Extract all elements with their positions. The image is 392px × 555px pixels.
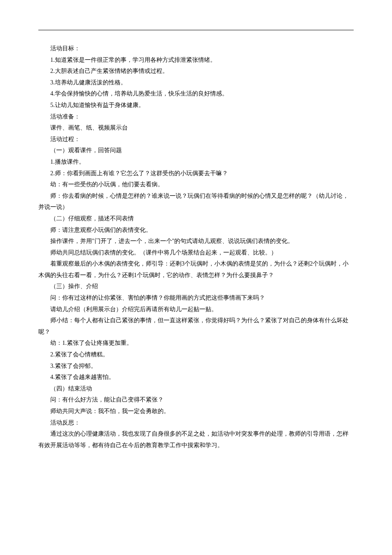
paragraph: 活动反思：: [38, 417, 354, 429]
paragraph: （一）观看课件，回答问题: [38, 145, 354, 156]
paragraph: 着重观察最后的小木偶的表情变化，师引导：还剩3个玩偶时，小木偶的表情是笑的，为什…: [38, 258, 354, 270]
paragraph: 有效开展活动等等，都有待自己在今后的教育教学工作中摸索和学习。: [38, 440, 354, 451]
paragraph: 3.培养幼儿健康活泼的性格。: [38, 77, 354, 89]
paragraph: 请幼儿介绍（利用展示台）介绍完后再请所有幼儿一起贴一贴。: [38, 304, 354, 315]
paragraph: 问：你有过这样的让你紧张、害怕的事情？你能用画的方式把这些事情画下来吗？: [38, 292, 354, 304]
paragraph: 师：你去看病的时候，心情是怎样的？谁来说一说？玩偶们在等待看病的时候的心情又是怎…: [38, 191, 354, 202]
paragraph: 木偶的头往右看一看，为什么？还剩1个玩偶时，它的动作、表情怎样？为什么要摸鼻子？: [38, 270, 354, 281]
paragraph: 幼：1.紧张了会让疼痛更加重。: [38, 338, 354, 349]
paragraph: 幼：有一些受伤的小玩偶，他们要去看病。: [38, 179, 354, 191]
paragraph: 呢？: [38, 327, 354, 338]
paragraph: 2.师：你看到画面上有谁？它怎么了？这群受伤的小玩偶要去干嘛？: [38, 168, 354, 179]
paragraph: 活动目标：: [38, 43, 354, 55]
paragraph: 1.知道紧张是一件很正常的事，学习用各种方式排泄紧张情绪。: [38, 55, 354, 66]
paragraph: 2.大胆表述自己产生紧张情绪的事情或过程。: [38, 66, 354, 77]
paragraph: 师幼共同总结玩偶们表情的变化。（课件中将几个场景结合起来，一起观看、比较。）: [38, 247, 354, 259]
paragraph: 通过这次的心理健康活动，我也发现了自身很多的不足之处，如活动中对突发事件的处理，…: [38, 428, 354, 440]
paragraph: 操作课件，并用"门开了，进去一个，出来一个"的句式请幼儿观察、说说玩偶们表情的变…: [38, 236, 354, 247]
paragraph: 问：有什么好方法，能让自己变得不紧张？: [38, 394, 354, 406]
paragraph: 并说一说）: [38, 202, 354, 213]
paragraph: 师幼共同大声说：我不怕，我一定会勇敢的。: [38, 406, 354, 417]
paragraph: （三）操作、介绍: [38, 281, 354, 292]
paragraph: 1.播放课件。: [38, 156, 354, 168]
paragraph: 5.让幼儿知道愉快有益于身体健康。: [38, 100, 354, 111]
paragraph: 活动过程：: [38, 134, 354, 145]
paragraph: 4.学会保持愉快的心情，培养幼儿热爱生活，快乐生活的良好情感。: [38, 88, 354, 100]
paragraph: （四）结束活动: [38, 383, 354, 395]
paragraph: 2.紧张了会心情糟糕。: [38, 349, 354, 361]
paragraph: 师小结：每个人都有让自己紧张的事情，但一直这样紧张，你觉得好吗？为什么？紧张了对…: [38, 315, 354, 327]
paragraph: 活动准备：: [38, 111, 354, 123]
paragraph: 课件、画笔、纸、视频展示台: [38, 122, 354, 134]
paragraph: 4.紧张了会越来越害怕。: [38, 372, 354, 383]
paragraph: 师：请注意观察小玩偶们的表情变化。: [38, 225, 354, 236]
document-page: 活动目标： 1.知道紧张是一件很正常的事，学习用各种方式排泄紧张情绪。 2.大胆…: [0, 0, 392, 555]
paragraph: （二）仔细观察，描述不同表情: [38, 213, 354, 225]
paragraph: 3.紧张了会抑郁。: [38, 361, 354, 372]
horizontal-rule: [38, 30, 354, 30]
